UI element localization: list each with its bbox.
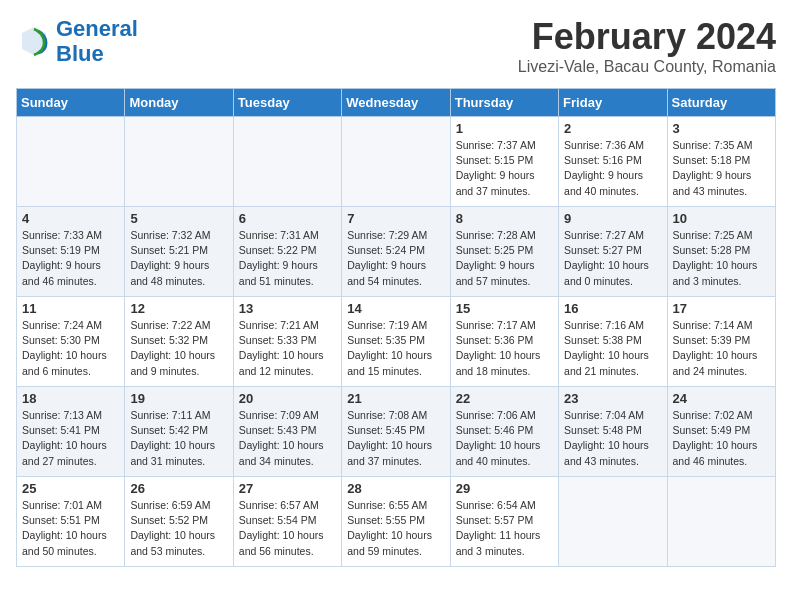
day-info: Sunrise: 7:13 AM Sunset: 5:41 PM Dayligh… (22, 408, 119, 469)
weekday-header-wednesday: Wednesday (342, 89, 450, 117)
day-number: 28 (347, 481, 444, 496)
day-info: Sunrise: 7:17 AM Sunset: 5:36 PM Dayligh… (456, 318, 553, 379)
day-number: 18 (22, 391, 119, 406)
calendar-week-row: 25Sunrise: 7:01 AM Sunset: 5:51 PM Dayli… (17, 477, 776, 567)
day-info: Sunrise: 7:37 AM Sunset: 5:15 PM Dayligh… (456, 138, 553, 199)
calendar-week-row: 18Sunrise: 7:13 AM Sunset: 5:41 PM Dayli… (17, 387, 776, 477)
calendar-cell: 15Sunrise: 7:17 AM Sunset: 5:36 PM Dayli… (450, 297, 558, 387)
weekday-header-tuesday: Tuesday (233, 89, 341, 117)
calendar-cell: 1Sunrise: 7:37 AM Sunset: 5:15 PM Daylig… (450, 117, 558, 207)
day-info: Sunrise: 7:35 AM Sunset: 5:18 PM Dayligh… (673, 138, 770, 199)
calendar-week-row: 11Sunrise: 7:24 AM Sunset: 5:30 PM Dayli… (17, 297, 776, 387)
calendar-cell: 23Sunrise: 7:04 AM Sunset: 5:48 PM Dayli… (559, 387, 667, 477)
day-info: Sunrise: 7:09 AM Sunset: 5:43 PM Dayligh… (239, 408, 336, 469)
calendar-cell: 28Sunrise: 6:55 AM Sunset: 5:55 PM Dayli… (342, 477, 450, 567)
day-info: Sunrise: 7:33 AM Sunset: 5:19 PM Dayligh… (22, 228, 119, 289)
day-number: 23 (564, 391, 661, 406)
weekday-header-thursday: Thursday (450, 89, 558, 117)
calendar-cell: 6Sunrise: 7:31 AM Sunset: 5:22 PM Daylig… (233, 207, 341, 297)
day-info: Sunrise: 6:54 AM Sunset: 5:57 PM Dayligh… (456, 498, 553, 559)
calendar-cell (667, 477, 775, 567)
logo-text-blue: Blue (56, 41, 138, 66)
location-title: Livezi-Vale, Bacau County, Romania (518, 58, 776, 76)
day-number: 1 (456, 121, 553, 136)
calendar-cell: 11Sunrise: 7:24 AM Sunset: 5:30 PM Dayli… (17, 297, 125, 387)
calendar-cell: 14Sunrise: 7:19 AM Sunset: 5:35 PM Dayli… (342, 297, 450, 387)
calendar-cell: 20Sunrise: 7:09 AM Sunset: 5:43 PM Dayli… (233, 387, 341, 477)
day-number: 11 (22, 301, 119, 316)
month-title: February 2024 (518, 16, 776, 58)
calendar-week-row: 4Sunrise: 7:33 AM Sunset: 5:19 PM Daylig… (17, 207, 776, 297)
day-info: Sunrise: 7:21 AM Sunset: 5:33 PM Dayligh… (239, 318, 336, 379)
calendar-cell (342, 117, 450, 207)
day-number: 4 (22, 211, 119, 226)
calendar-cell (125, 117, 233, 207)
day-number: 17 (673, 301, 770, 316)
logo-text-general: General (56, 16, 138, 41)
day-info: Sunrise: 7:06 AM Sunset: 5:46 PM Dayligh… (456, 408, 553, 469)
calendar-cell: 29Sunrise: 6:54 AM Sunset: 5:57 PM Dayli… (450, 477, 558, 567)
day-number: 13 (239, 301, 336, 316)
day-info: Sunrise: 7:19 AM Sunset: 5:35 PM Dayligh… (347, 318, 444, 379)
day-info: Sunrise: 7:16 AM Sunset: 5:38 PM Dayligh… (564, 318, 661, 379)
day-number: 10 (673, 211, 770, 226)
day-info: Sunrise: 6:57 AM Sunset: 5:54 PM Dayligh… (239, 498, 336, 559)
calendar-cell: 3Sunrise: 7:35 AM Sunset: 5:18 PM Daylig… (667, 117, 775, 207)
weekday-header-friday: Friday (559, 89, 667, 117)
day-number: 20 (239, 391, 336, 406)
calendar-cell: 9Sunrise: 7:27 AM Sunset: 5:27 PM Daylig… (559, 207, 667, 297)
day-info: Sunrise: 7:08 AM Sunset: 5:45 PM Dayligh… (347, 408, 444, 469)
calendar-cell (17, 117, 125, 207)
day-number: 6 (239, 211, 336, 226)
weekday-header-row: SundayMondayTuesdayWednesdayThursdayFrid… (17, 89, 776, 117)
day-info: Sunrise: 7:28 AM Sunset: 5:25 PM Dayligh… (456, 228, 553, 289)
day-number: 29 (456, 481, 553, 496)
calendar-cell: 8Sunrise: 7:28 AM Sunset: 5:25 PM Daylig… (450, 207, 558, 297)
day-info: Sunrise: 6:59 AM Sunset: 5:52 PM Dayligh… (130, 498, 227, 559)
calendar-cell: 4Sunrise: 7:33 AM Sunset: 5:19 PM Daylig… (17, 207, 125, 297)
day-number: 2 (564, 121, 661, 136)
calendar-cell: 25Sunrise: 7:01 AM Sunset: 5:51 PM Dayli… (17, 477, 125, 567)
page-header: General Blue February 2024 Livezi-Vale, … (16, 16, 776, 76)
day-number: 16 (564, 301, 661, 316)
day-number: 8 (456, 211, 553, 226)
calendar-cell: 21Sunrise: 7:08 AM Sunset: 5:45 PM Dayli… (342, 387, 450, 477)
title-block: February 2024 Livezi-Vale, Bacau County,… (518, 16, 776, 76)
calendar-cell: 22Sunrise: 7:06 AM Sunset: 5:46 PM Dayli… (450, 387, 558, 477)
day-number: 14 (347, 301, 444, 316)
day-info: Sunrise: 7:24 AM Sunset: 5:30 PM Dayligh… (22, 318, 119, 379)
day-info: Sunrise: 7:32 AM Sunset: 5:21 PM Dayligh… (130, 228, 227, 289)
day-info: Sunrise: 7:01 AM Sunset: 5:51 PM Dayligh… (22, 498, 119, 559)
calendar-cell: 24Sunrise: 7:02 AM Sunset: 5:49 PM Dayli… (667, 387, 775, 477)
calendar-cell: 19Sunrise: 7:11 AM Sunset: 5:42 PM Dayli… (125, 387, 233, 477)
weekday-header-saturday: Saturday (667, 89, 775, 117)
day-number: 19 (130, 391, 227, 406)
weekday-header-monday: Monday (125, 89, 233, 117)
calendar-cell: 12Sunrise: 7:22 AM Sunset: 5:32 PM Dayli… (125, 297, 233, 387)
day-number: 24 (673, 391, 770, 406)
day-number: 21 (347, 391, 444, 406)
calendar-cell: 10Sunrise: 7:25 AM Sunset: 5:28 PM Dayli… (667, 207, 775, 297)
day-info: Sunrise: 7:27 AM Sunset: 5:27 PM Dayligh… (564, 228, 661, 289)
day-number: 12 (130, 301, 227, 316)
day-number: 5 (130, 211, 227, 226)
calendar-cell (233, 117, 341, 207)
day-number: 3 (673, 121, 770, 136)
calendar-cell: 26Sunrise: 6:59 AM Sunset: 5:52 PM Dayli… (125, 477, 233, 567)
calendar-cell: 18Sunrise: 7:13 AM Sunset: 5:41 PM Dayli… (17, 387, 125, 477)
day-info: Sunrise: 7:14 AM Sunset: 5:39 PM Dayligh… (673, 318, 770, 379)
calendar-cell: 27Sunrise: 6:57 AM Sunset: 5:54 PM Dayli… (233, 477, 341, 567)
calendar-cell: 17Sunrise: 7:14 AM Sunset: 5:39 PM Dayli… (667, 297, 775, 387)
calendar-cell (559, 477, 667, 567)
day-number: 9 (564, 211, 661, 226)
day-number: 26 (130, 481, 227, 496)
calendar-cell: 7Sunrise: 7:29 AM Sunset: 5:24 PM Daylig… (342, 207, 450, 297)
day-info: Sunrise: 7:22 AM Sunset: 5:32 PM Dayligh… (130, 318, 227, 379)
logo-icon (16, 23, 52, 59)
day-info: Sunrise: 6:55 AM Sunset: 5:55 PM Dayligh… (347, 498, 444, 559)
day-info: Sunrise: 7:31 AM Sunset: 5:22 PM Dayligh… (239, 228, 336, 289)
calendar-table: SundayMondayTuesdayWednesdayThursdayFrid… (16, 88, 776, 567)
day-number: 15 (456, 301, 553, 316)
day-number: 27 (239, 481, 336, 496)
day-info: Sunrise: 7:29 AM Sunset: 5:24 PM Dayligh… (347, 228, 444, 289)
